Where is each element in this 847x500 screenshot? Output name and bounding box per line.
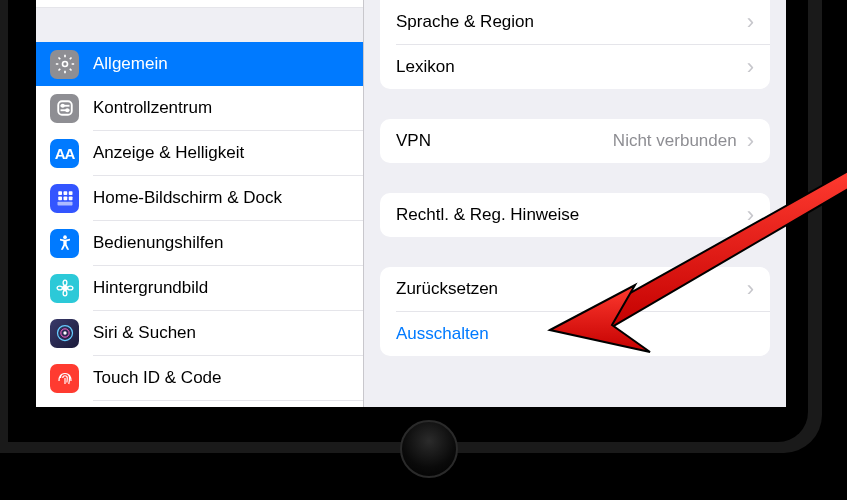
svg-rect-7 [63,191,67,195]
sidebar-item-label: Bedienungshilfen [93,233,223,253]
sidebar-item-display-brightness[interactable]: AA Anzeige & Helligkeit [36,131,363,175]
row-legal-regulatory[interactable]: Rechtl. & Reg. Hinweise › [380,193,770,237]
svg-point-16 [63,291,67,296]
chevron-right-icon: › [747,204,754,226]
svg-point-18 [67,286,72,290]
settings-detail-general: Sprache & Region › Lexikon › VPN Nicht v… [364,0,786,407]
row-label: VPN [396,131,613,151]
group-reset-shutdown: Zurücksetzen › Ausschalten [380,267,770,356]
text-size-icon: AA [50,139,79,168]
sidebar-item-wallpaper[interactable]: Hintergrundbild [36,266,363,310]
svg-rect-1 [58,101,72,115]
chevron-right-icon: › [747,56,754,78]
settings-sidebar: Allgemein Kontrollzentrum AA Anzeige & H… [36,0,364,407]
gear-icon [50,50,79,79]
row-label: Zurücksetzen [396,279,745,299]
row-reset[interactable]: Zurücksetzen › [380,267,770,311]
chevron-right-icon: › [747,278,754,300]
accessibility-icon [50,229,79,258]
svg-rect-12 [57,202,72,206]
flower-icon [50,274,79,303]
svg-point-21 [63,331,66,334]
sidebar-item-siri-search[interactable]: Siri & Suchen [36,311,363,355]
settings-screen: Allgemein Kontrollzentrum AA Anzeige & H… [36,0,786,407]
svg-rect-10 [63,197,67,201]
row-value: Nicht verbunden [613,131,737,151]
chevron-right-icon: › [747,130,754,152]
row-vpn[interactable]: VPN Nicht verbunden › [380,119,770,163]
sidebar-item-label: Hintergrundbild [93,278,208,298]
svg-rect-9 [58,197,62,201]
sidebar-item-touch-id-code[interactable]: Touch ID & Code [36,356,363,400]
sidebar-item-label: Siri & Suchen [93,323,196,343]
sidebar-item-label: Kontrollzentrum [93,98,212,118]
sliders-icon [50,94,79,123]
svg-rect-8 [68,191,72,195]
group-vpn: VPN Nicht verbunden › [380,119,770,163]
sidebar-item-label: Allgemein [93,54,168,74]
svg-point-14 [62,286,67,291]
chevron-right-icon: › [747,11,754,33]
fingerprint-icon [50,364,79,393]
sidebar-item-accessibility[interactable]: Bedienungshilfen [36,221,363,265]
row-label: Sprache & Region [396,12,745,32]
grid-icon [50,184,79,213]
svg-point-13 [63,235,67,239]
sidebar-item-label: Touch ID & Code [93,368,222,388]
group-language: Sprache & Region › Lexikon › [380,0,770,89]
svg-point-0 [62,62,67,67]
row-label: Ausschalten [396,324,754,344]
svg-point-15 [63,280,67,285]
sidebar-item-control-center[interactable]: Kontrollzentrum [36,86,363,130]
row-dictionary[interactable]: Lexikon › [380,45,770,89]
svg-rect-6 [58,191,62,195]
sidebar-item-label: Home-Bildschirm & Dock [93,188,282,208]
siri-icon [50,319,79,348]
ipad-home-button[interactable] [400,420,458,478]
svg-rect-11 [68,197,72,201]
row-language-region[interactable]: Sprache & Region › [380,0,770,44]
row-label: Rechtl. & Reg. Hinweise [396,205,745,225]
svg-point-17 [57,286,62,290]
sidebar-item-home-screen-dock[interactable]: Home-Bildschirm & Dock [36,176,363,220]
sidebar-item-cutoff [36,0,363,8]
row-label: Lexikon [396,57,745,77]
group-legal: Rechtl. & Reg. Hinweise › [380,193,770,237]
sidebar-item-general[interactable]: Allgemein [36,42,363,86]
sidebar-spacer [36,8,363,42]
row-shutdown[interactable]: Ausschalten [380,312,770,356]
sidebar-item-label: Anzeige & Helligkeit [93,143,244,163]
